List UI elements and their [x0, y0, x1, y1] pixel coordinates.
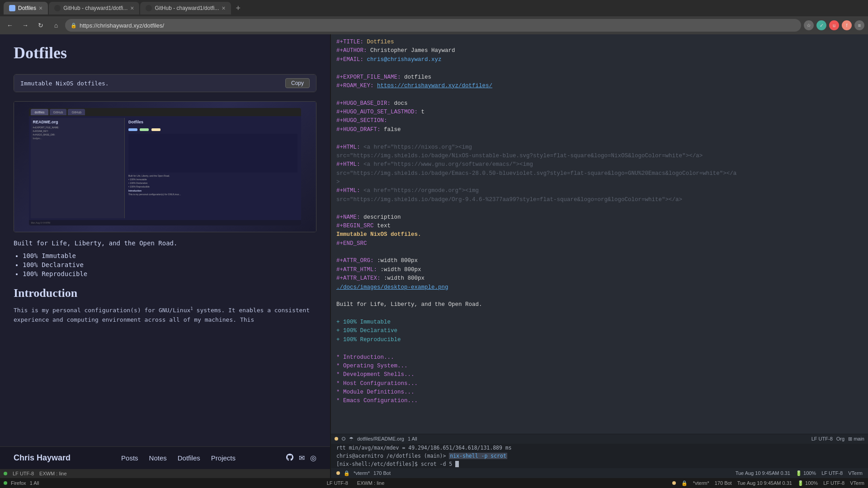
intro-section-title: Introduction: [14, 286, 316, 300]
mini-main-intro-text: This is my personal configuration(s) for…: [128, 193, 297, 196]
prompt-cmd: nix-shell -p scrot: [449, 453, 507, 459]
term-line-15: src="https://img.shields.io/badge/Org-9.…: [336, 196, 863, 204]
nav-bar: ← → ↻ ⌂ 🔒 https://chrishayward.xyz/dotfi…: [0, 16, 868, 34]
bottom-lock: 🔒: [344, 470, 350, 476]
term-line-22: #+ATTR_LATEX: :width 800px: [336, 274, 863, 283]
bullet-reproducible: 100% Reproducible: [23, 270, 316, 277]
website-body: Built for Life, Liberty, and the Open Ro…: [0, 232, 330, 325]
mini-main-text-4: • 100% Reproducible: [128, 185, 297, 188]
tab-github-2[interactable]: GitHub - chayward1/dotfi... ×: [140, 2, 231, 14]
terminal-status-bar: ☂ dotfiles/README.org 1 All LF UTF-8 Org…: [331, 434, 868, 444]
bullet-immutable: 100% Immutable: [23, 252, 316, 259]
term-line-5: #+ROAM_KEY: https://chrishayward.xyz/dot…: [336, 82, 863, 90]
gsb-firefox: Firefox: [11, 480, 26, 486]
back-button[interactable]: ←: [4, 19, 16, 32]
term-line-21: #+ATTR_HTML: :width 800px: [336, 266, 863, 274]
menu-button[interactable]: ≡: [854, 20, 864, 30]
screenshot-image: dotfiles GitHub GitHub README.org #+EXPO…: [14, 101, 316, 232]
extension-icon-2[interactable]: u: [829, 20, 839, 30]
rss-icon[interactable]: ◎: [310, 454, 316, 463]
mini-screenshot-inner: [128, 134, 297, 172]
url-bar[interactable]: 🔒 https://chrishayward.xyz/dotfiles/: [65, 19, 801, 32]
term-line-20: #+ATTR_ORG: :width 800px: [336, 257, 863, 265]
cursor-block: [455, 461, 459, 467]
mini-status: Mon Aug 9 4:44PM: [29, 220, 301, 225]
term-line-27: + 100% Reproducible: [336, 336, 863, 344]
terminal-content[interactable]: #+TITLE: Dotfiles #+AUTHOR: Christopher …: [331, 34, 868, 434]
gsb-encoding: LF UTF-8: [327, 480, 348, 486]
bottom-dot: [336, 471, 340, 475]
mini-badge-nixos: [128, 128, 137, 131]
browser-viewport: Dotfiles Immutable NixOS dotfiles. Copy …: [0, 34, 330, 478]
bottom-status-right: Tue Aug 10 9:45AM 0.31 🔋 100% LF UTF-8 V…: [736, 470, 863, 476]
mini-badge-org: [151, 128, 160, 131]
bottom-term-name: *vterm*: [354, 470, 370, 476]
footer-nav-projects[interactable]: Projects: [211, 454, 236, 462]
term-line-2: #+AUTHOR: Christopher James Hayward: [336, 47, 863, 55]
mini-sidebar-text-3: #+HUGO_BASE_DIR:: [33, 133, 123, 136]
extension-icon-1[interactable]: ✓: [816, 20, 826, 30]
term-line-13b: >: [336, 178, 863, 187]
terminal-file: dotfiles/README.org: [357, 436, 404, 441]
mini-sidebar-title: README.org: [33, 120, 123, 124]
email-icon[interactable]: ✉: [299, 454, 305, 463]
term-line-4: #+EXPORT_FILE_NAME: dotfiles: [336, 73, 863, 82]
term-line-11: src="https://img.shields.io/badge/NixOS-…: [336, 152, 863, 160]
term-line-3: #+EMAIL: chris@chrishayward.xyz: [336, 56, 863, 64]
mini-status-text: Mon Aug 9 4:44PM: [31, 221, 50, 224]
mini-main-intro: Introduction: [128, 189, 297, 192]
extension-icon-3[interactable]: f: [842, 20, 852, 30]
tab-label-3: GitHub - chayward1/dotfi...: [155, 5, 219, 11]
gsb-mid: LF UTF-8 EXWM : line: [42, 480, 668, 486]
browser-chrome: Dotfiles × GitHub - chayward1/dotfi... ×…: [0, 0, 868, 34]
tab-dotfiles[interactable]: Dotfiles ×: [4, 2, 48, 14]
footer-nav: Posts Notes Dotfiles Projects: [121, 454, 236, 462]
term-line-14: #+HTML: <a href="https://orgmode.org"><i…: [336, 187, 863, 195]
github-icon[interactable]: [286, 454, 293, 463]
term-line-18: Immutable NixOS dotfiles.: [336, 230, 863, 239]
footer-nav-notes[interactable]: Notes: [149, 454, 167, 462]
tab-close-3[interactable]: ×: [222, 5, 226, 12]
footer-icons: ✉ ◎: [286, 454, 316, 463]
tab-close-2[interactable]: ×: [130, 5, 134, 12]
term-line-32: * Module Definitions...: [336, 388, 863, 397]
term-blank-7: [336, 310, 863, 318]
term-line-26: + 100% Declarative: [336, 327, 863, 335]
gsb-battery: 🔋 100%: [797, 480, 818, 486]
terminal-mode: Org: [836, 436, 844, 441]
bullet-list: 100% Immutable 100% Declarative 100% Rep…: [23, 252, 316, 277]
home-button[interactable]: ⌂: [50, 19, 62, 32]
tab-github-1[interactable]: GitHub - chayward1/dotfi... ×: [49, 2, 139, 14]
gsb-encoding2: LF UTF-8: [823, 480, 844, 486]
copy-button[interactable]: Copy: [285, 78, 310, 88]
main-area: Dotfiles Immutable NixOS dotfiles. Copy …: [0, 34, 868, 478]
mini-main-text-3: • 100% Declarative: [128, 182, 297, 184]
bullet-declarative: 100% Declarative: [23, 261, 316, 268]
term-line-10: #+HTML: <a href="https://nixos.org"><img: [336, 143, 863, 152]
refresh-button[interactable]: ↻: [34, 19, 47, 32]
term-line-30: * Development Shells...: [336, 371, 863, 379]
term-line-7: #+HUGO_AUTO_SET_LASTMOD: t: [336, 108, 863, 117]
forward-button[interactable]: →: [19, 19, 32, 32]
rtt-line: rtt min/avg/max/mdev = 49.294/186.651/36…: [331, 444, 868, 452]
prompt-text: chris@acernitro /e/dotfiles (main)>: [336, 453, 446, 459]
bottom-bot-num: 170 Bot: [373, 470, 391, 476]
built-for-text: Built for Life, Liberty, and the Open Ro…: [14, 239, 316, 247]
browser-status-indicator: [4, 472, 7, 475]
term-line-29: * Operating System...: [336, 362, 863, 371]
gsb-lock: 🔒: [681, 480, 688, 486]
tab-close-1[interactable]: ×: [39, 5, 42, 12]
term-line-24: Built for Life, Liberty, and the Open Ro…: [336, 300, 863, 309]
tab-bar: Dotfiles × GitHub - chayward1/dotfi... ×…: [0, 0, 868, 16]
term-line-28: * Introduction...: [336, 353, 863, 362]
terminal-bottom: rtt min/avg/max/mdev = 49.294/186.651/36…: [331, 444, 868, 469]
footer-nav-dotfiles[interactable]: Dotfiles: [178, 454, 200, 462]
new-tab-button[interactable]: +: [232, 2, 245, 14]
term-line-19: #+END_SRC: [336, 239, 863, 248]
mini-browser: dotfiles GitHub GitHub README.org #+EXPO…: [29, 108, 301, 225]
bottom-battery: 🔋 100%: [796, 470, 816, 476]
footer-nav-posts[interactable]: Posts: [121, 454, 138, 462]
mini-sidebar-text-1: #+EXPORT_FILE_NAME:: [33, 126, 123, 129]
bookmark-icon[interactable]: ☆: [804, 20, 814, 30]
term-blank-3: [336, 134, 863, 143]
